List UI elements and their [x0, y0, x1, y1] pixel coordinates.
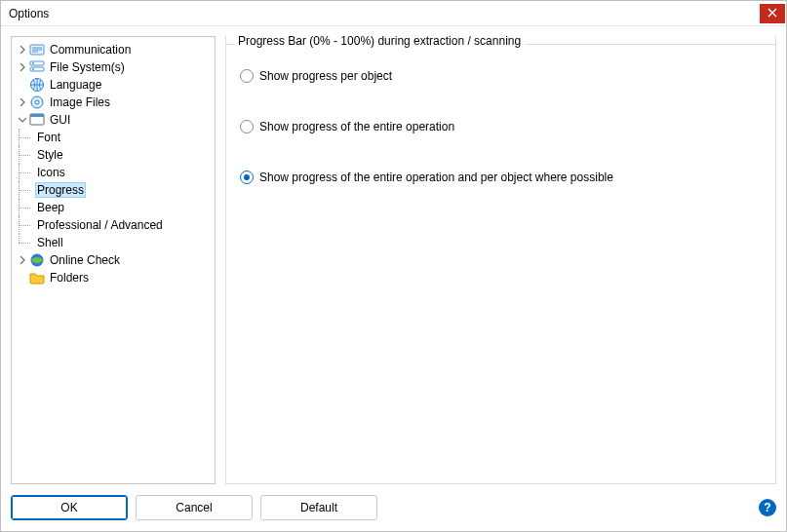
help-button[interactable]: ? — [759, 499, 776, 516]
ok-button[interactable]: OK — [11, 495, 128, 520]
options-window: Options Communication — [0, 0, 787, 532]
svg-rect-9 — [30, 114, 44, 117]
default-button[interactable]: Default — [260, 495, 377, 520]
window-title: Options — [9, 7, 760, 20]
svg-point-3 — [32, 62, 34, 64]
tree-item-beep[interactable]: Beep — [14, 199, 213, 216]
radio-icon — [240, 69, 254, 83]
tree-item-communication[interactable]: Communication — [14, 41, 213, 58]
chevron-right-icon[interactable] — [16, 60, 29, 74]
progress-groupbox: Progress Bar (0% - 100%) during extracti… — [225, 36, 776, 484]
tree-item-label: Shell — [35, 236, 65, 249]
content-panel: Progress Bar (0% - 100%) during extracti… — [225, 36, 776, 484]
tree-item-label: Folders — [48, 271, 91, 285]
tree-item-label: Language — [48, 78, 103, 92]
svg-point-7 — [35, 100, 39, 104]
button-label: Cancel — [176, 501, 212, 514]
chevron-right-icon[interactable] — [16, 43, 29, 57]
radio-label: Show progress of the entire operation an… — [259, 171, 613, 184]
radio-label: Show progress of the entire operation — [259, 120, 454, 133]
button-label: OK — [60, 501, 77, 514]
dialog-body: Communication File System(s) Language — [1, 26, 786, 490]
title-bar: Options — [1, 1, 786, 26]
tree-item-label: Image Files — [48, 95, 112, 109]
svg-point-4 — [32, 68, 34, 70]
button-label: Default — [300, 501, 337, 514]
tree-item-label: Communication — [48, 43, 133, 57]
tree-item-label: Professional / Advanced — [35, 218, 165, 232]
language-icon — [29, 77, 45, 93]
tree-item-style[interactable]: Style — [14, 146, 213, 164]
tree-item-font[interactable]: Font — [14, 129, 213, 146]
radio-entire-and-per-object[interactable]: Show progress of the entire operation an… — [240, 171, 762, 184]
imagefiles-icon — [29, 95, 45, 110]
folder-icon — [29, 270, 45, 285]
tree-item-folders[interactable]: Folders — [14, 269, 213, 286]
onlinecheck-icon — [29, 252, 45, 268]
tree-item-label: Font — [35, 131, 62, 144]
groupbox-title: Progress Bar (0% - 100%) during extracti… — [234, 34, 525, 48]
tree-item-onlinecheck[interactable]: Online Check — [14, 251, 213, 269]
chevron-down-icon[interactable] — [16, 113, 29, 127]
tree-item-language[interactable]: Language — [14, 76, 213, 94]
radio-per-object[interactable]: Show progress per object — [240, 69, 762, 83]
help-icon: ? — [764, 501, 770, 514]
tree-item-gui[interactable]: GUI — [14, 111, 213, 129]
cancel-button[interactable]: Cancel — [136, 495, 253, 520]
tree-item-progress[interactable]: Progress — [14, 181, 213, 199]
tree-item-label: Style — [35, 148, 65, 162]
tree-item-filesystems[interactable]: File System(s) — [14, 58, 213, 76]
options-tree[interactable]: Communication File System(s) Language — [11, 36, 216, 484]
tree-item-label: Progress — [35, 182, 86, 198]
tree-item-label: File System(s) — [48, 60, 127, 74]
filesystem-icon — [29, 59, 45, 75]
gui-icon — [29, 112, 45, 128]
close-button[interactable] — [760, 4, 785, 23]
tree-item-imagefiles[interactable]: Image Files — [14, 94, 213, 111]
tree-item-label: Beep — [35, 201, 66, 214]
tree-item-label: GUI — [48, 113, 72, 127]
tree-item-professional[interactable]: Professional / Advanced — [14, 216, 213, 234]
tree-item-shell[interactable]: Shell — [14, 234, 213, 251]
chevron-right-icon[interactable] — [16, 95, 29, 109]
radio-entire-operation[interactable]: Show progress of the entire operation — [240, 120, 762, 133]
footer: OK Cancel Default ? — [1, 490, 786, 531]
chevron-right-icon[interactable] — [16, 253, 29, 267]
tree-item-label: Icons — [35, 166, 67, 179]
tree-item-icons[interactable]: Icons — [14, 164, 213, 181]
close-icon — [767, 7, 777, 20]
radio-icon — [240, 120, 254, 133]
communication-icon — [29, 42, 45, 57]
radio-label: Show progress per object — [259, 69, 392, 83]
tree-item-label: Online Check — [48, 253, 122, 267]
radio-icon — [240, 171, 254, 184]
